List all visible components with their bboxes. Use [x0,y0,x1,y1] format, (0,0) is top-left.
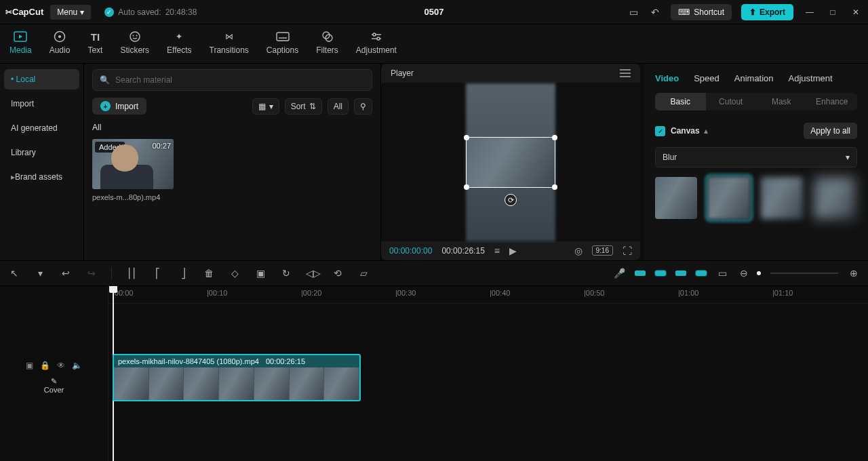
layout-icon[interactable]: ▭ [627,6,639,18]
sidebar-item-library[interactable]: Library [4,142,79,163]
canvas-checkbox[interactable]: ✓ [655,126,665,136]
svg-point-14 [377,37,380,40]
handle-bottom-right[interactable] [552,184,557,190]
export-button[interactable]: ⬆ Export [741,4,793,20]
added-badge: Added [95,142,125,153]
pointer-dropdown[interactable]: ▾ [34,268,46,279]
apply-to-all-button[interactable]: Apply to all [804,123,857,139]
trim-right-tool[interactable]: ⎦ [177,268,189,279]
delete-tool[interactable]: 🗑 [203,268,215,279]
tab-filters-label: Filters [316,45,338,55]
tab-audio[interactable]: Audio [48,28,72,56]
track-mute-icon[interactable]: 🔈 [72,361,82,370]
snap-toggle-4[interactable] [696,270,707,276]
tab-effects-label: Effects [167,45,191,55]
blur-option-none[interactable] [655,177,697,219]
sidebar-item-brand[interactable]: Brand assets [4,167,79,187]
blur-option-mid[interactable] [761,177,803,219]
shortcut-button[interactable]: ⌨ Shortcut [671,4,732,20]
chevron-down-icon: ▾ [846,153,850,162]
rotate-tool[interactable]: ⟲ [332,268,344,279]
sidebar-item-import[interactable]: Import [4,94,79,114]
timeline-clip[interactable]: pexels-mikhail-nilov-8847405 (1080p).mp4… [113,354,361,401]
zoom-in[interactable]: ⊕ [848,268,860,279]
undo-button[interactable]: ↩ [60,268,72,279]
rtab-animation[interactable]: Animation [734,73,774,83]
track-add-icon[interactable]: ▣ [26,361,33,370]
handle-top-left[interactable] [464,135,469,140]
subtab-enhance[interactable]: Enhance [807,93,858,111]
rtab-adjustment[interactable]: Adjustment [789,73,833,83]
tab-transitions[interactable]: ⋈ Transitions [208,28,250,56]
selection-box[interactable]: ⟳ [466,137,555,188]
rtab-speed[interactable]: Speed [694,73,719,83]
zoom-out[interactable]: ⊖ [738,268,750,279]
cover-button[interactable]: ✎ Cover [44,377,64,394]
tab-effects[interactable]: ✦ Effects [165,28,193,56]
menu-button[interactable]: Menu ▾ [50,5,91,20]
mirror-tool[interactable]: ◁▷ [306,268,318,279]
time-ruler[interactable]: |00:00 |00:10 |00:20 |00:30 |00:40 |00:5… [108,286,868,304]
marker-tool[interactable]: ◇ [229,268,241,279]
shortcut-label: Shortcut [694,7,724,17]
player-menu-icon[interactable] [620,69,631,77]
quality-icon[interactable]: ◎ [574,245,583,256]
view-toggle[interactable]: ▦▾ [252,98,279,115]
sidebar-item-local[interactable]: Local [4,69,79,89]
subtab-basic[interactable]: Basic [655,93,706,111]
tab-audio-label: Audio [50,45,71,55]
blur-option-low[interactable] [708,177,750,219]
blur-option-high[interactable] [814,177,856,219]
mic-icon[interactable]: 🎤 [613,268,625,279]
player-canvas[interactable]: ⟳ [381,83,640,241]
collapse-icon[interactable]: ▴ [704,126,708,136]
snap-toggle-1[interactable] [635,270,646,276]
keyboard-icon: ⌨ [678,7,690,17]
import-button[interactable]: + Import [92,98,146,115]
tab-stickers[interactable]: Stickers [119,28,151,56]
pointer-tool[interactable]: ↖ [8,268,20,279]
snap-toggle-2[interactable] [655,270,666,276]
frame-tool[interactable]: ▣ [254,268,267,279]
timecode-current: 00:00:00:00 [389,246,432,256]
list-icon[interactable]: ≡ [494,245,500,256]
tab-text[interactable]: TI Text [86,28,104,56]
media-clip[interactable]: Added 00:27 pexels-m...80p).mp4 [92,139,174,201]
tab-captions[interactable]: Captions [265,28,300,56]
blur-select[interactable]: Blur ▾ [655,147,857,167]
tab-adjustment[interactable]: Adjustment [355,28,398,56]
filter-all-button[interactable]: All [328,98,349,115]
subtab-cutout[interactable]: Cutout [706,93,757,111]
track-lock-icon[interactable]: 🔒 [40,361,50,370]
minimize-button[interactable]: — [803,5,816,19]
sidebar-item-ai[interactable]: AI generated [4,118,79,138]
crop-tool[interactable]: ▱ [357,268,370,279]
zoom-slider[interactable] [757,271,761,275]
sort-button[interactable]: Sort⇅ [285,98,322,115]
rtab-video[interactable]: Video [655,73,679,83]
preview-toggle[interactable]: ▭ [716,268,728,279]
tab-media[interactable]: Media [8,28,33,56]
snap-toggle-3[interactable] [675,270,686,276]
inspector-panel: Video Speed Animation Adjustment Basic C… [644,64,868,260]
aspect-ratio[interactable]: 9:16 [592,245,613,256]
tab-filters[interactable]: Filters [315,28,340,56]
fullscreen-icon[interactable]: ⛶ [623,245,632,256]
split-tool[interactable]: ⎮⎮ [125,268,138,279]
project-title: 0507 [425,7,444,17]
reverse-tool[interactable]: ↻ [280,268,292,279]
svg-point-3 [58,35,61,38]
trim-left-tool[interactable]: ⎡ [151,268,163,279]
media-section-label: All [92,123,372,132]
play-button[interactable]: ▶ [509,245,517,256]
search-input[interactable]: 🔍 Search material [92,69,372,91]
history-icon[interactable]: ↶ [649,6,661,18]
close-button[interactable]: ✕ [849,5,863,19]
maximize-button[interactable]: □ [826,5,840,19]
handle-top-right[interactable] [552,135,557,140]
timeline-body[interactable]: |00:00 |00:10 |00:20 |00:30 |00:40 |00:5… [108,286,868,461]
adjustment-icon [370,30,383,43]
subtab-mask[interactable]: Mask [756,93,807,111]
filter-icon-button[interactable]: ⚲ [354,98,372,115]
track-visible-icon[interactable]: 👁 [57,361,65,370]
